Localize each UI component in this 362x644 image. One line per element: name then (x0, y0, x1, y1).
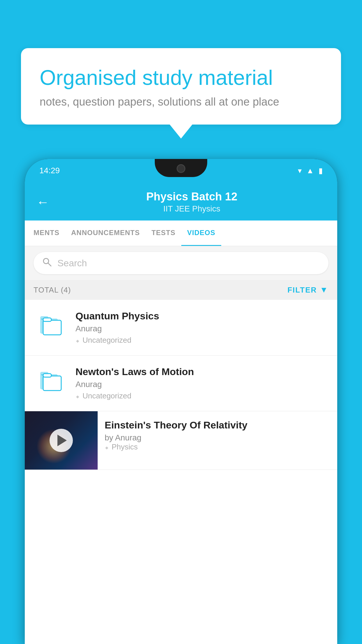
video-item[interactable]: Quantum Physics Anurag ⬥ Uncategorized (25, 300, 337, 356)
filter-bar: TOTAL (4) FILTER ▼ (25, 280, 337, 300)
video-author: Anurag (75, 324, 328, 333)
video-tag: ⬥ Physics (105, 442, 330, 452)
filter-icon: ▼ (320, 285, 328, 295)
phone-camera (177, 164, 185, 173)
search-bar: Search (25, 246, 337, 280)
video-title: Einstein's Theory Of Relativity (105, 419, 330, 431)
tabs-bar: MENTS ANNOUNCEMENTS TESTS VIDEOS (25, 220, 337, 246)
video-item[interactable]: Einstein's Theory Of Relativity by Anura… (25, 411, 337, 470)
status-icons: ▾ ▲ ▮ (298, 166, 323, 175)
video-info: Einstein's Theory Of Relativity by Anura… (98, 411, 337, 460)
search-icon (42, 257, 52, 269)
tag-icon: ⬥ (75, 392, 80, 400)
wifi-icon: ▾ (298, 166, 302, 175)
video-tag: ⬥ Uncategorized (75, 336, 328, 345)
video-info: Newton's Laws of Motion Anurag ⬥ Uncateg… (75, 366, 328, 400)
bubble-subtitle: notes, question papers, solutions all at… (40, 96, 322, 108)
video-thumbnail (25, 411, 98, 470)
phone-frame: 14:29 ▾ ▲ ▮ ← Physics Batch 12 IIT JEE P… (25, 159, 337, 644)
back-button[interactable]: ← (36, 195, 49, 209)
video-title: Quantum Physics (75, 310, 328, 322)
header-title-block: Physics Batch 12 IIT JEE Physics (58, 190, 326, 214)
status-time: 14:29 (39, 166, 60, 175)
header-title: Physics Batch 12 (58, 190, 326, 203)
tab-videos[interactable]: VIDEOS (181, 220, 221, 246)
svg-rect-5 (43, 318, 51, 321)
video-item[interactable]: Newton's Laws of Motion Anurag ⬥ Uncateg… (25, 356, 337, 411)
tab-announcements[interactable]: ANNOUNCEMENTS (65, 220, 146, 246)
tag-icon: ⬥ (75, 336, 80, 344)
header-subtitle: IIT JEE Physics (58, 204, 326, 214)
battery-icon: ▮ (319, 166, 323, 175)
filter-button[interactable]: FILTER ▼ (287, 285, 328, 295)
svg-line-1 (48, 263, 51, 266)
tab-ments[interactable]: MENTS (28, 220, 65, 246)
svg-rect-4 (43, 320, 61, 335)
video-title: Newton's Laws of Motion (75, 366, 328, 377)
app-header: ← Physics Batch 12 IIT JEE Physics (25, 182, 337, 220)
video-tag: ⬥ Uncategorized (75, 391, 328, 400)
video-thumbnail-placeholder (34, 366, 68, 395)
video-list: Quantum Physics Anurag ⬥ Uncategorized (25, 300, 337, 470)
play-triangle-icon (57, 435, 67, 446)
phone-notch (155, 159, 207, 177)
speech-bubble: Organised study material notes, question… (21, 48, 341, 125)
video-author: Anurag (75, 380, 328, 389)
video-author: by Anurag (105, 433, 330, 442)
total-label: TOTAL (4) (34, 286, 71, 295)
play-button[interactable] (50, 429, 73, 452)
video-info: Quantum Physics Anurag ⬥ Uncategorized (75, 310, 328, 345)
tag-icon: ⬥ (105, 443, 109, 451)
tag-label: Uncategorized (82, 336, 131, 345)
tag-label: Uncategorized (82, 391, 131, 400)
filter-label: FILTER (287, 286, 317, 295)
bubble-title: Organised study material (40, 66, 322, 90)
tag-label: Physics (112, 442, 138, 452)
video-thumbnail-placeholder (34, 310, 68, 340)
phone-screen: ← Physics Batch 12 IIT JEE Physics MENTS… (25, 182, 337, 644)
status-bar: 14:29 ▾ ▲ ▮ (25, 159, 337, 182)
signal-icon: ▲ (306, 166, 314, 175)
search-placeholder: Search (57, 258, 87, 269)
svg-rect-8 (43, 376, 61, 391)
svg-rect-9 (43, 374, 51, 377)
search-input-wrap[interactable]: Search (34, 252, 328, 274)
tab-tests[interactable]: TESTS (146, 220, 181, 246)
